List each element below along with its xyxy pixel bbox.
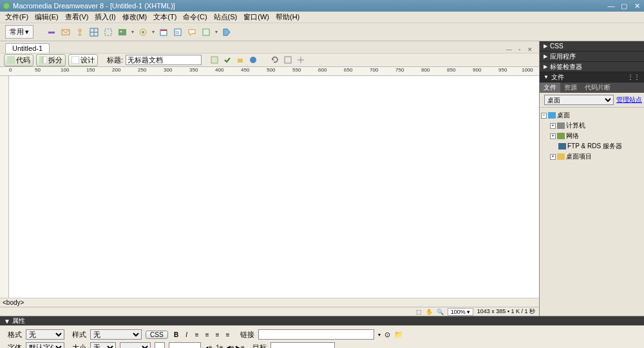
unordered-list-icon[interactable]: •≡: [205, 343, 214, 348]
div-icon[interactable]: [103, 27, 113, 37]
ordered-list-icon[interactable]: 1≡: [215, 343, 224, 348]
document-title-input[interactable]: [126, 55, 202, 65]
design-canvas[interactable]: [9, 76, 539, 298]
dropdown-arrow-icon[interactable]: ▾: [131, 29, 134, 35]
svg-rect-21: [238, 59, 243, 63]
network-icon: [557, 133, 565, 139]
menu-commands[interactable]: 命令(C): [180, 12, 209, 22]
format-select[interactable]: 无: [26, 329, 64, 340]
hyperlink-icon[interactable]: [46, 27, 57, 37]
panel-files[interactable]: ▼文件⋮⋮: [540, 72, 644, 82]
align-left-icon[interactable]: ≡: [193, 330, 202, 339]
menu-text[interactable]: 文本(T): [151, 12, 179, 22]
insert-category-dropdown[interactable]: 常用 ▾: [5, 25, 33, 39]
comment-icon[interactable]: [187, 27, 197, 37]
preview-browser-icon[interactable]: [248, 55, 258, 65]
media-icon[interactable]: [138, 27, 148, 37]
window-title: Macromedia Dreamweaver 8 - [Untitled-1 (…: [13, 2, 175, 10]
site-dropdown[interactable]: 桌面: [544, 95, 614, 105]
menu-modify[interactable]: 修改(M): [120, 12, 150, 22]
link-input[interactable]: [258, 329, 374, 340]
menu-view[interactable]: 查看(V): [62, 12, 91, 22]
expand-icon[interactable]: −: [541, 113, 547, 119]
svg-rect-18: [43, 56, 47, 64]
refresh-icon[interactable]: [270, 55, 280, 65]
outdent-icon[interactable]: ◀≡: [225, 343, 234, 348]
svg-rect-15: [203, 29, 209, 35]
maximize-button[interactable]: ▢: [620, 2, 629, 10]
close-button[interactable]: ✕: [632, 2, 641, 10]
tab-snippets[interactable]: 代码片断: [581, 82, 614, 93]
menu-edit[interactable]: 编辑(E): [32, 12, 61, 22]
svg-rect-17: [39, 56, 43, 64]
email-icon[interactable]: [61, 27, 71, 37]
file-management-icon[interactable]: [235, 55, 245, 65]
hand-tool-icon[interactable]: ✋: [426, 309, 433, 315]
font-select[interactable]: 默认字体: [26, 342, 64, 348]
zoom-level[interactable]: 100%▾: [448, 308, 473, 316]
view-options-icon[interactable]: [283, 55, 293, 65]
menu-insert[interactable]: 插入(I): [92, 12, 118, 22]
menu-help[interactable]: 帮助(H): [273, 12, 302, 22]
menu-window[interactable]: 窗口(W): [241, 12, 272, 22]
color-swatch[interactable]: [155, 342, 165, 348]
tab-files[interactable]: 文件: [540, 82, 560, 93]
size-label: 大小: [68, 343, 86, 349]
align-justify-icon[interactable]: ≡: [223, 330, 232, 339]
visual-aids-icon[interactable]: [296, 55, 306, 65]
templates-icon[interactable]: [201, 27, 211, 37]
menu-file[interactable]: 文件(F): [3, 12, 31, 22]
view-design-button[interactable]: 设计: [68, 54, 98, 66]
panel-tag-inspector[interactable]: ▶标签检查器: [540, 62, 644, 72]
zoom-tool-icon[interactable]: 🔍: [437, 309, 444, 315]
panel-application[interactable]: ▶应用程序: [540, 52, 644, 62]
align-right-icon[interactable]: ≡: [213, 330, 222, 339]
named-anchor-icon[interactable]: [75, 27, 85, 37]
target-label: 目标: [249, 343, 267, 349]
no-browser-check-icon[interactable]: [209, 55, 220, 65]
menu-site[interactable]: 站点(S): [211, 12, 240, 22]
svg-point-22: [250, 57, 256, 63]
tab-assets[interactable]: 资源: [560, 82, 581, 93]
file-tree: −桌面 +计算机 +网络 FTP & RDS 服务器 +桌面项目: [540, 108, 644, 164]
document-tab[interactable]: Untitled-1: [5, 43, 50, 53]
svg-rect-23: [285, 57, 291, 63]
align-center-icon[interactable]: ≡: [203, 330, 212, 339]
manage-sites-link[interactable]: 管理站点: [616, 95, 642, 104]
italic-icon[interactable]: I: [182, 330, 191, 339]
expand-icon[interactable]: +: [550, 123, 556, 129]
panel-css[interactable]: ▶CSS: [540, 41, 644, 52]
server-include-icon[interactable]: SI: [173, 27, 183, 37]
expand-icon[interactable]: +: [550, 133, 556, 139]
bold-icon[interactable]: B: [172, 330, 181, 339]
point-to-file-icon[interactable]: ⊙: [384, 331, 390, 339]
document-window-controls[interactable]: — ▫ ✕: [506, 46, 535, 53]
css-button[interactable]: CSS: [146, 331, 168, 339]
tag-chooser-icon[interactable]: [222, 27, 232, 37]
view-split-button[interactable]: 拆分: [36, 54, 66, 66]
table-icon[interactable]: [89, 27, 99, 37]
document-area: Untitled-1 — ▫ ✕ 代码 拆分 设计 标题: 0501001502…: [0, 41, 540, 316]
tag-selector[interactable]: <body>: [3, 299, 24, 306]
image-icon[interactable]: [117, 27, 128, 37]
validate-icon[interactable]: [222, 55, 232, 65]
date-icon[interactable]: [158, 27, 169, 37]
vertical-ruler: [0, 76, 9, 298]
svg-rect-0: [48, 32, 55, 34]
size-select[interactable]: 无: [90, 342, 116, 348]
color-input[interactable]: [169, 342, 201, 348]
expand-icon[interactable]: +: [550, 154, 556, 160]
desktop-icon: [548, 112, 556, 119]
style-select[interactable]: 无: [90, 329, 142, 340]
minimize-button[interactable]: —: [607, 2, 616, 10]
select-tool-icon[interactable]: ⬚: [416, 309, 422, 315]
svg-rect-19: [71, 56, 79, 64]
view-code-button[interactable]: 代码: [4, 54, 33, 66]
computer-icon: [557, 122, 565, 129]
browse-folder-icon[interactable]: 📁: [394, 331, 403, 339]
target-input[interactable]: [270, 342, 335, 348]
app-icon: [3, 2, 10, 10]
svg-rect-7: [118, 29, 126, 35]
size-unit-select[interactable]: [120, 342, 151, 348]
indent-icon[interactable]: ▶≡: [236, 343, 245, 348]
